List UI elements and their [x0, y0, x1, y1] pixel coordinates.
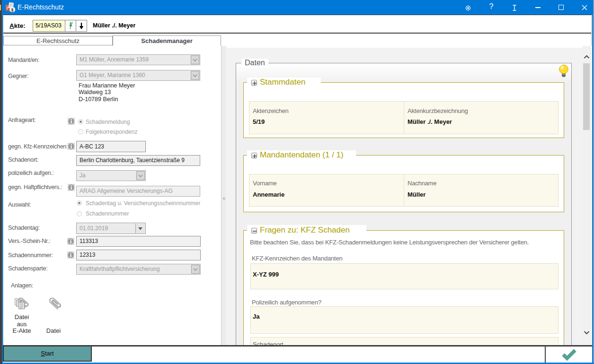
svg-text:§: §: [11, 7, 14, 12]
